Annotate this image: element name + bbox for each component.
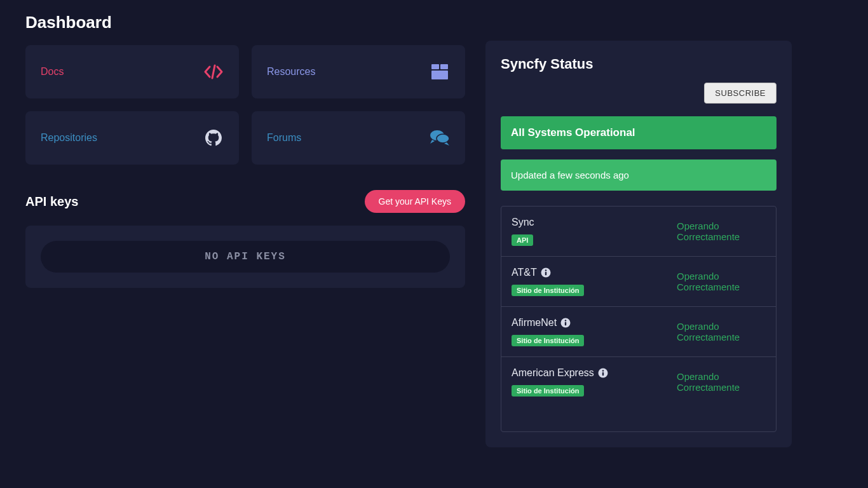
service-name: AT&T <box>512 267 537 278</box>
service-status: Operando Correctamente <box>677 371 766 393</box>
svg-point-6 <box>545 269 546 271</box>
service-badge: API <box>512 234 533 246</box>
service-status: Operando Correctamente <box>677 321 766 342</box>
page-title: Dashboard <box>25 13 465 32</box>
service-name: AfirmeNet <box>512 317 557 329</box>
service-status: Operando Correctamente <box>677 271 766 292</box>
service-list: SyncAPIOperando CorrectamenteAT&TSitio d… <box>501 206 776 432</box>
info-icon[interactable] <box>560 318 571 328</box>
updated-banner: Updated a few seconds ago <box>501 159 776 191</box>
svg-rect-10 <box>565 322 566 326</box>
api-keys-title: API keys <box>25 194 78 209</box>
info-icon[interactable] <box>598 368 608 378</box>
service-badge: Sitio de Institución <box>512 285 584 296</box>
no-api-keys-message: NO API KEYS <box>41 241 450 273</box>
subscribe-button[interactable]: SUBSCRIBE <box>704 83 776 104</box>
svg-rect-1 <box>440 64 448 69</box>
svg-point-12 <box>602 370 604 372</box>
repositories-card[interactable]: Repositories <box>25 111 239 165</box>
docs-card[interactable]: Docs <box>25 45 239 98</box>
resources-card[interactable]: Resources <box>252 45 465 98</box>
svg-rect-2 <box>431 71 448 79</box>
svg-rect-13 <box>602 372 604 376</box>
service-badge: Sitio de Institución <box>512 385 584 396</box>
forums-card[interactable]: Forums <box>252 111 465 165</box>
chat-icon <box>430 128 450 148</box>
info-icon[interactable] <box>541 268 551 278</box>
code-icon <box>203 62 224 82</box>
docs-label: Docs <box>41 66 64 78</box>
svg-point-9 <box>565 320 567 322</box>
repositories-label: Repositories <box>41 132 97 144</box>
service-name: American Express <box>512 367 594 379</box>
service-item: American ExpressSitio de InstituciónOper… <box>501 357 776 407</box>
svg-point-4 <box>437 134 449 143</box>
svg-rect-0 <box>431 64 439 69</box>
api-keys-header: API keys Get your API Keys <box>25 190 465 213</box>
api-keys-panel: NO API KEYS <box>25 226 465 288</box>
service-name: Sync <box>512 217 534 228</box>
service-item: AfirmeNetSitio de InstituciónOperando Co… <box>501 307 776 357</box>
status-title: Syncfy Status <box>501 56 593 72</box>
status-banner: All Systems Operational <box>501 116 776 149</box>
nav-card-grid: Docs Resources <box>25 45 465 165</box>
service-status: Operando Correctamente <box>677 220 766 242</box>
resources-label: Resources <box>267 66 315 78</box>
github-icon <box>203 128 224 148</box>
service-item: AT&TSitio de InstituciónOperando Correct… <box>501 257 776 307</box>
forums-label: Forums <box>267 132 301 144</box>
service-item: SyncAPIOperando Correctamente <box>501 207 776 257</box>
service-badge: Sitio de Institución <box>512 335 584 346</box>
svg-rect-7 <box>545 272 546 276</box>
box-icon <box>430 62 450 82</box>
get-api-keys-button[interactable]: Get your API Keys <box>365 190 465 213</box>
status-panel: Syncfy Status SUBSCRIBE All Systems Oper… <box>485 41 792 447</box>
